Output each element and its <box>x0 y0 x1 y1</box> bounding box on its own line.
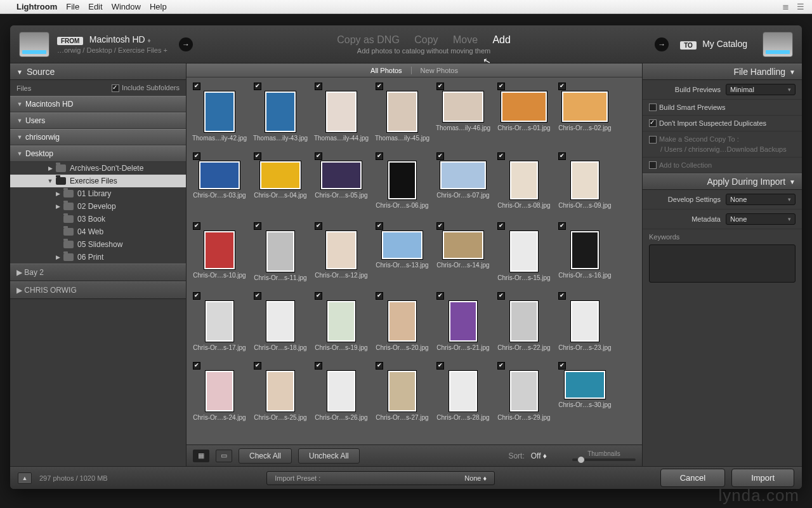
tree-row[interactable]: 05 Slideshow <box>10 238 186 251</box>
file-handling-title[interactable]: File Handling▼ <box>643 64 802 80</box>
skip-duplicates-toggle[interactable]: Don't Import Suspected Duplicates <box>643 116 802 131</box>
collapsed-chrisorwig[interactable]: ▶ CHRIS ORWIG <box>10 281 186 299</box>
thumbnail-image[interactable] <box>443 91 483 122</box>
thumbnail-cell[interactable]: Chris-Or…s-17.jpg <box>189 290 250 359</box>
thumbnail-image[interactable] <box>562 91 608 122</box>
source-panel-title[interactable]: ▼Source <box>10 64 186 80</box>
thumb-checkbox[interactable] <box>376 362 383 370</box>
thumbnail-image[interactable] <box>326 231 357 269</box>
thumb-checkbox[interactable] <box>254 292 261 300</box>
tree-row[interactable]: ▼Desktop <box>10 145 186 162</box>
thumb-checkbox[interactable] <box>436 152 444 160</box>
thumbnail-image[interactable] <box>265 91 296 132</box>
thumbnail-cell[interactable]: Chris-Or…s-02.jpg <box>554 80 615 150</box>
source-disk-icon[interactable] <box>19 32 49 57</box>
thumb-checkbox[interactable] <box>497 222 505 230</box>
thumbnail-image[interactable] <box>510 231 538 272</box>
thumb-checkbox[interactable] <box>193 362 200 370</box>
thumbnail-cell[interactable]: Chris-Or…s-08.jpg <box>494 150 554 220</box>
thumbnail-image[interactable] <box>510 161 538 199</box>
thumb-checkbox[interactable] <box>497 83 505 90</box>
uncheck-all-button[interactable]: Uncheck All <box>298 448 360 464</box>
thumbnail-cell[interactable]: Chris-Or…s-11.jpg <box>250 220 311 290</box>
tree-row[interactable]: ▶01 Library <box>10 187 186 200</box>
thumb-checkbox[interactable] <box>558 362 566 370</box>
thumbnail-cell[interactable]: Chris-Or…s-06.jpg <box>372 150 433 220</box>
thumb-checkbox[interactable] <box>254 362 261 370</box>
thumb-checkbox[interactable] <box>193 222 200 230</box>
mode-add[interactable]: Add <box>492 34 510 45</box>
thumbnail-image[interactable] <box>199 161 240 189</box>
sort-value[interactable]: Off ♦ <box>531 451 547 460</box>
thumb-checkbox[interactable] <box>497 292 505 300</box>
thumb-checkbox[interactable] <box>497 362 505 370</box>
mode-move[interactable]: Move <box>453 34 478 45</box>
thumbnail-image[interactable] <box>382 231 422 259</box>
tab-all-photos[interactable]: All Photos <box>362 67 411 74</box>
thumbnail-cell[interactable]: Chris-Or…s-16.jpg <box>554 220 615 290</box>
thumbnail-cell[interactable]: Chris-Or…s-13.jpg <box>372 220 433 290</box>
from-title[interactable]: Macintosh HD ♦ <box>89 34 151 44</box>
thumbnail-cell[interactable]: Chris-Or…s-07.jpg <box>433 150 494 220</box>
thumbnail-cell[interactable]: Chris-Or…s-21.jpg <box>433 290 494 359</box>
tree-row[interactable]: ▼Exercise Files <box>10 175 186 187</box>
check-all-button[interactable]: Check All <box>239 448 292 464</box>
develop-settings-select[interactable]: None▾ <box>726 194 796 205</box>
app-name[interactable]: Lightroom <box>16 2 57 11</box>
tree-row[interactable]: ▼Macintosh HD <box>10 96 186 112</box>
loupe-view-icon[interactable]: ▭ <box>216 450 232 462</box>
thumbnail-cell[interactable]: Chris-Or…s-19.jpg <box>311 290 372 359</box>
thumbnail-cell[interactable]: Thomas…ily-44.jpg <box>311 80 372 150</box>
menu-help[interactable]: Help <box>150 2 167 11</box>
thumbnail-cell[interactable]: Chris-Or…s-09.jpg <box>554 150 615 220</box>
thumb-checkbox[interactable] <box>254 222 261 230</box>
thumbnail-cell[interactable]: Chris-Or…s-04.jpg <box>250 150 311 220</box>
checkbox-icon[interactable] <box>649 119 657 127</box>
mode-copy-dng[interactable]: Copy as DNG <box>337 34 400 45</box>
thumb-checkbox[interactable] <box>315 83 322 90</box>
thumbnail-cell[interactable]: Chris-Or…s-10.jpg <box>189 220 250 290</box>
thumb-checkbox[interactable] <box>497 152 505 160</box>
thumbnail-image[interactable] <box>443 231 483 259</box>
menubar-extra-icon[interactable]: ≣ <box>782 2 789 11</box>
thumb-checkbox[interactable] <box>193 83 200 90</box>
thumbnail-cell[interactable]: Chris-Or…s-24.jpg <box>189 359 250 429</box>
thumbnail-image[interactable] <box>510 371 538 411</box>
thumbnail-image[interactable] <box>388 301 416 342</box>
metadata-select[interactable]: None▾ <box>726 213 796 225</box>
thumbnail-image[interactable] <box>204 231 235 269</box>
thumbnail-cell[interactable]: Chris-Or…s-27.jpg <box>372 359 433 429</box>
thumbnail-image[interactable] <box>571 231 599 269</box>
thumb-checkbox[interactable] <box>254 83 261 90</box>
checkbox-icon[interactable] <box>649 104 657 111</box>
tree-row[interactable]: ▶06 Print <box>10 251 186 264</box>
apply-during-import-title[interactable]: Apply During Import▼ <box>643 173 802 190</box>
thumb-checkbox[interactable] <box>315 292 322 300</box>
thumbnail-cell[interactable]: Thomas…ily-42.jpg <box>189 80 250 150</box>
thumb-checkbox[interactable] <box>436 362 444 370</box>
thumb-checkbox[interactable] <box>193 292 200 300</box>
menu-edit[interactable]: Edit <box>88 2 102 11</box>
include-subfolders-toggle[interactable]: Include Subfolders <box>112 84 180 92</box>
thumbnail-cell[interactable]: Chris-Or…s-18.jpg <box>250 290 311 359</box>
import-button[interactable]: Import <box>731 469 794 487</box>
thumbnail-cell[interactable]: Chris-Or…s-14.jpg <box>433 220 494 290</box>
minimize-button[interactable]: ▲ <box>18 472 32 484</box>
thumb-checkbox[interactable] <box>315 222 322 230</box>
menu-window[interactable]: Window <box>112 2 141 11</box>
thumbnail-image[interactable] <box>449 371 477 411</box>
keywords-input[interactable] <box>649 244 796 283</box>
thumbnail-image[interactable] <box>204 91 235 132</box>
thumbnail-cell[interactable]: Chris-Or…s-26.jpg <box>311 359 372 429</box>
thumbnail-cell[interactable]: Chris-Or…s-29.jpg <box>494 359 554 429</box>
thumbnail-image[interactable] <box>449 301 477 342</box>
tree-row[interactable]: ▼chrisorwig <box>10 129 186 145</box>
thumbnail-image[interactable] <box>388 161 416 199</box>
thumbnail-image[interactable] <box>571 301 599 342</box>
build-previews-select[interactable]: Minimal▾ <box>726 84 796 95</box>
thumbnail-cell[interactable]: Thomas…ily-46.jpg <box>433 80 494 150</box>
checkbox-icon[interactable] <box>112 84 119 92</box>
thumbnail-size-slider[interactable] <box>572 458 636 461</box>
thumbnail-cell[interactable]: Chris-Or…s-28.jpg <box>433 359 494 429</box>
second-copy-toggle[interactable]: Make a Second Copy To : / Users / chriso… <box>643 131 802 157</box>
